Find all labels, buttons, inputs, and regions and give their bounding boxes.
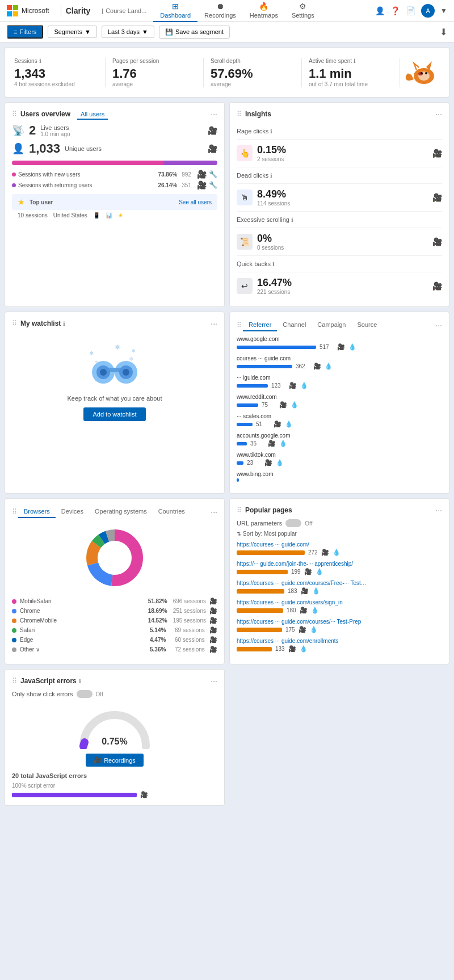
tab-campaign[interactable]: Campaign: [312, 319, 351, 331]
watchlist-menu[interactable]: ···: [211, 319, 217, 328]
active-info-icon[interactable]: ℹ: [354, 58, 356, 64]
tab-browsers[interactable]: Browsers: [18, 506, 56, 518]
live-users-video-icon[interactable]: 🎥: [208, 126, 217, 135]
page-video-icon-1[interactable]: 🎥: [321, 549, 329, 556]
page-video-icon-6[interactable]: 🎥: [288, 645, 296, 653]
new-users-video-icon[interactable]: 🎥: [197, 170, 207, 179]
safari-video-icon[interactable]: 🎥: [209, 626, 217, 634]
referrer-scales-filter-icon[interactable]: 💧: [285, 420, 293, 428]
returning-users-video-icon[interactable]: 🎥: [197, 180, 207, 190]
page-url-2[interactable]: https://··· guide.com/join-the-··· appre…: [237, 561, 367, 567]
referrer-item-reddit: www.reddit.com 75 🎥 💧: [237, 394, 442, 409]
tab-source[interactable]: Source: [351, 319, 382, 331]
click-errors-toggle[interactable]: [77, 690, 93, 698]
edge-video-icon[interactable]: 🎥: [209, 636, 217, 643]
new-users-filter-icon[interactable]: 🔧: [209, 170, 217, 178]
page-video-icon-3[interactable]: 🎥: [301, 587, 309, 595]
page-url-6[interactable]: https://courses ··· guide.com/enrollment…: [237, 638, 367, 644]
referrer-reddit-video-icon[interactable]: 🎥: [279, 401, 287, 409]
nav-item-dashboard[interactable]: ⊞ Dashboard: [153, 0, 197, 22]
tab-operating-systems[interactable]: Operating systems: [89, 506, 153, 518]
tab-countries[interactable]: Countries: [153, 506, 191, 518]
page-url-1[interactable]: https://courses ··· guide.com/: [237, 541, 367, 548]
referrer-scales-video-icon[interactable]: 🎥: [274, 420, 281, 428]
tab-channel[interactable]: Channel: [277, 319, 312, 331]
drag-icon: ⠿: [12, 508, 17, 516]
page-video-icon-4[interactable]: 🎥: [300, 607, 308, 614]
share-icon[interactable]: 👤: [375, 6, 385, 15]
page-url-3[interactable]: https://courses ··· guide.com/courses/Fr…: [237, 580, 367, 586]
page-filter-icon-2[interactable]: 💧: [316, 568, 323, 575]
save-segment-button[interactable]: 💾 Save as segment: [159, 26, 230, 39]
top-user-video-icon[interactable]: 📊: [106, 212, 112, 218]
dead-info-icon[interactable]: ℹ: [270, 173, 272, 179]
js-errors-info-icon[interactable]: ℹ: [79, 678, 81, 684]
help-icon[interactable]: ❓: [390, 6, 400, 15]
referrer-courses-filter-icon[interactable]: 💧: [325, 363, 333, 370]
chrome-video-icon[interactable]: 🎥: [209, 607, 217, 615]
insights-menu[interactable]: ···: [435, 110, 442, 119]
days-button[interactable]: Last 3 days ▼: [102, 26, 154, 38]
quickback-video-icon[interactable]: 🎥: [432, 281, 442, 291]
mobilesafari-video-icon[interactable]: 🎥: [209, 598, 217, 605]
page-filter-icon-1[interactable]: 💧: [333, 549, 340, 556]
filters-button[interactable]: ≡ Filters: [7, 25, 43, 39]
docs-icon[interactable]: 📄: [406, 6, 415, 15]
top-user-section: ★ Top user See all users: [12, 194, 217, 210]
segments-button[interactable]: Segments ▼: [48, 26, 96, 38]
tab-devices[interactable]: Devices: [56, 506, 89, 518]
browsers-menu[interactable]: ···: [211, 507, 217, 516]
popular-pages-menu[interactable]: ···: [435, 506, 442, 515]
dead-clicks-video-icon[interactable]: 🎥: [432, 193, 442, 202]
rage-info-icon[interactable]: ℹ: [270, 128, 272, 134]
sessions-info-icon[interactable]: ℹ: [39, 58, 41, 64]
scroll-info-icon[interactable]: ℹ: [291, 217, 293, 223]
scroll-video-icon[interactable]: 🎥: [432, 237, 442, 246]
see-all-users-link[interactable]: See all users: [179, 199, 212, 205]
unique-users-video-icon[interactable]: 🎥: [208, 144, 217, 153]
breadcrumb-item[interactable]: Course Land...: [106, 7, 146, 14]
nav-item-heatmaps[interactable]: 🔥 Heatmaps: [243, 0, 285, 22]
page-video-icon-2[interactable]: 🎥: [304, 568, 312, 575]
referrer-courses-video-icon[interactable]: 🎥: [313, 363, 321, 370]
nav-item-settings[interactable]: ⚙ Settings: [285, 0, 321, 22]
page-url-4[interactable]: https://courses ··· guide.com/users/sign…: [237, 599, 367, 605]
referrer-iguide-video-icon[interactable]: 🎥: [289, 382, 297, 389]
page-filter-icon-6[interactable]: 💧: [300, 645, 308, 653]
page-video-icon-5[interactable]: 🎥: [299, 626, 306, 633]
referrer-iguide-filter-icon[interactable]: 💧: [300, 382, 308, 389]
referrer-google-video-icon[interactable]: 🎥: [337, 343, 345, 351]
referrer-tiktok-filter-icon[interactable]: 💧: [276, 459, 284, 466]
page-filter-icon-3[interactable]: 💧: [312, 587, 320, 595]
chromemobile-video-icon[interactable]: 🎥: [209, 617, 217, 624]
js-error-video-icon[interactable]: 🎥: [140, 791, 148, 798]
js-errors-menu[interactable]: ···: [211, 676, 217, 685]
referrer-menu[interactable]: ···: [435, 321, 442, 330]
add-to-watchlist-button[interactable]: Add to watchlist: [83, 407, 145, 421]
other-video-icon[interactable]: 🎥: [209, 646, 217, 653]
page-filter-icon-5[interactable]: 💧: [310, 626, 318, 633]
referrer-tiktok-video-icon[interactable]: 🎥: [264, 459, 272, 466]
referrer-google-filter-icon[interactable]: 💧: [348, 343, 356, 351]
nav-item-recordings[interactable]: ⏺ Recordings: [197, 0, 243, 22]
returning-users-filter-icon[interactable]: 🔧: [209, 181, 217, 189]
url-params-toggle[interactable]: [285, 519, 301, 527]
recordings-button[interactable]: 🎥 Recordings: [86, 754, 144, 767]
referrer-reddit-filter-icon[interactable]: 💧: [291, 401, 299, 409]
tab-referrer[interactable]: Referrer: [243, 319, 277, 331]
chevron-down-icon[interactable]: ▼: [440, 7, 447, 15]
live-users-sub: 1.0 min ago: [40, 131, 70, 137]
referrer-accounts-google-video-icon[interactable]: 🎥: [268, 440, 276, 447]
page-url-5[interactable]: https://courses ··· guide.com/courses/··…: [237, 619, 367, 625]
metric-sessions: Sessions ℹ 1,343 4 bot sessions excluded: [14, 58, 106, 87]
referrer-accounts-google-filter-icon[interactable]: 💧: [279, 440, 287, 447]
users-all-tab[interactable]: All users: [77, 110, 108, 118]
quickback-info-icon[interactable]: ℹ: [272, 261, 275, 267]
download-icon[interactable]: ⬇: [440, 27, 447, 37]
rage-clicks-video-icon[interactable]: 🎥: [432, 149, 442, 158]
watchlist-info-icon[interactable]: ℹ: [63, 321, 65, 327]
scroll-label: Scroll depth: [211, 58, 241, 64]
page-filter-icon-4[interactable]: 💧: [311, 607, 319, 614]
users-overview-menu[interactable]: ···: [211, 110, 217, 119]
avatar[interactable]: A: [421, 4, 435, 18]
